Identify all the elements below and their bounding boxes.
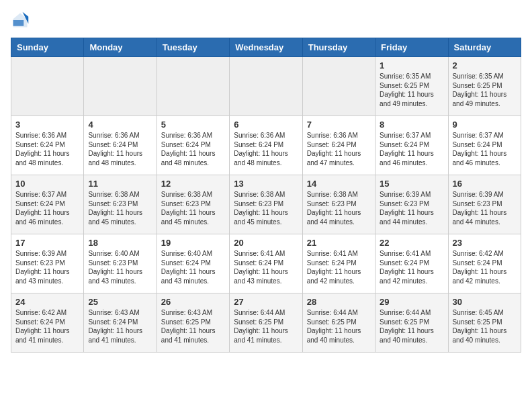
day-number: 5 [161,120,225,130]
day-info: Sunrise: 6:40 AM Sunset: 6:23 PM Dayligh… [88,249,152,285]
day-info: Sunrise: 6:39 AM Sunset: 6:23 PM Dayligh… [15,249,79,285]
column-header-saturday: Saturday [448,38,521,57]
calendar-cell: 22Sunrise: 6:41 AM Sunset: 6:24 PM Dayli… [375,234,448,293]
svg-rect-2 [13,20,24,26]
calendar-cell: 5Sunrise: 6:36 AM Sunset: 6:24 PM Daylig… [157,116,229,175]
calendar-cell: 19Sunrise: 6:40 AM Sunset: 6:24 PM Dayli… [157,234,229,293]
day-number: 28 [307,297,371,307]
calendar-cell: 6Sunrise: 6:36 AM Sunset: 6:24 PM Daylig… [230,116,302,175]
day-number: 21 [307,238,371,248]
day-info: Sunrise: 6:35 AM Sunset: 6:25 PM Dayligh… [453,72,517,108]
column-header-sunday: Sunday [11,38,84,57]
calendar-cell: 20Sunrise: 6:41 AM Sunset: 6:24 PM Dayli… [230,234,302,293]
day-number: 9 [453,120,517,130]
calendar-cell: 3Sunrise: 6:36 AM Sunset: 6:24 PM Daylig… [11,116,84,175]
calendar-cell: 4Sunrise: 6:36 AM Sunset: 6:24 PM Daylig… [84,116,157,175]
day-info: Sunrise: 6:42 AM Sunset: 6:24 PM Dayligh… [453,249,517,285]
column-header-thursday: Thursday [302,38,375,57]
day-number: 1 [380,60,443,71]
day-info: Sunrise: 6:35 AM Sunset: 6:25 PM Dayligh… [380,72,443,108]
day-info: Sunrise: 6:39 AM Sunset: 6:23 PM Dayligh… [380,190,443,226]
calendar-cell: 13Sunrise: 6:38 AM Sunset: 6:23 PM Dayli… [230,175,302,234]
day-number: 18 [88,238,152,248]
day-number: 12 [161,179,225,189]
column-header-wednesday: Wednesday [230,38,302,57]
calendar-cell: 25Sunrise: 6:43 AM Sunset: 6:24 PM Dayli… [84,293,157,353]
day-info: Sunrise: 6:36 AM Sunset: 6:24 PM Dayligh… [234,131,298,167]
day-info: Sunrise: 6:37 AM Sunset: 6:24 PM Dayligh… [15,190,79,226]
calendar-cell: 29Sunrise: 6:44 AM Sunset: 6:25 PM Dayli… [375,293,448,353]
day-info: Sunrise: 6:43 AM Sunset: 6:25 PM Dayligh… [161,308,225,345]
day-info: Sunrise: 6:37 AM Sunset: 6:24 PM Dayligh… [453,131,517,167]
calendar-cell [11,57,84,116]
day-number: 29 [380,297,443,307]
calendar-cell: 21Sunrise: 6:41 AM Sunset: 6:24 PM Dayli… [302,234,375,293]
calendar-cell: 12Sunrise: 6:38 AM Sunset: 6:23 PM Dayli… [157,175,229,234]
calendar-week-row: 17Sunrise: 6:39 AM Sunset: 6:23 PM Dayli… [11,234,521,293]
calendar-cell: 30Sunrise: 6:45 AM Sunset: 6:25 PM Dayli… [448,293,521,353]
calendar-cell: 17Sunrise: 6:39 AM Sunset: 6:23 PM Dayli… [11,234,84,293]
day-number: 3 [15,120,79,130]
day-info: Sunrise: 6:44 AM Sunset: 6:25 PM Dayligh… [380,308,443,345]
day-number: 10 [15,179,79,189]
day-info: Sunrise: 6:38 AM Sunset: 6:23 PM Dayligh… [234,190,298,226]
day-info: Sunrise: 6:36 AM Sunset: 6:24 PM Dayligh… [88,131,152,167]
day-number: 2 [453,60,517,71]
calendar-header-row: SundayMondayTuesdayWednesdayThursdayFrid… [11,38,521,57]
day-info: Sunrise: 6:37 AM Sunset: 6:24 PM Dayligh… [380,131,443,167]
day-number: 26 [161,297,225,307]
day-number: 15 [380,179,443,189]
day-number: 20 [234,238,298,248]
calendar-cell: 14Sunrise: 6:38 AM Sunset: 6:23 PM Dayli… [302,175,375,234]
calendar-cell: 26Sunrise: 6:43 AM Sunset: 6:25 PM Dayli… [157,293,229,353]
day-number: 16 [453,179,517,189]
calendar-cell: 16Sunrise: 6:39 AM Sunset: 6:23 PM Dayli… [448,175,521,234]
day-info: Sunrise: 6:36 AM Sunset: 6:24 PM Dayligh… [161,131,225,167]
calendar-cell: 15Sunrise: 6:39 AM Sunset: 6:23 PM Dayli… [375,175,448,234]
calendar-cell: 18Sunrise: 6:40 AM Sunset: 6:23 PM Dayli… [84,234,157,293]
day-number: 6 [234,120,298,130]
column-header-monday: Monday [84,38,157,57]
page-header [11,11,521,30]
day-number: 11 [88,179,152,189]
day-number: 14 [307,179,371,189]
calendar-week-row: 24Sunrise: 6:42 AM Sunset: 6:24 PM Dayli… [11,293,521,353]
day-info: Sunrise: 6:44 AM Sunset: 6:25 PM Dayligh… [307,308,371,345]
logo-icon [11,11,30,30]
calendar-cell: 1Sunrise: 6:35 AM Sunset: 6:25 PM Daylig… [375,57,448,116]
day-info: Sunrise: 6:41 AM Sunset: 6:24 PM Dayligh… [380,249,443,285]
day-number: 30 [453,297,517,307]
calendar-cell: 27Sunrise: 6:44 AM Sunset: 6:25 PM Dayli… [230,293,302,353]
calendar-cell [302,57,375,116]
day-number: 23 [453,238,517,248]
calendar-cell: 28Sunrise: 6:44 AM Sunset: 6:25 PM Dayli… [302,293,375,353]
calendar-cell [157,57,229,116]
day-info: Sunrise: 6:36 AM Sunset: 6:24 PM Dayligh… [15,131,79,167]
day-number: 13 [234,179,298,189]
calendar-cell: 2Sunrise: 6:35 AM Sunset: 6:25 PM Daylig… [448,57,521,116]
calendar-cell [230,57,302,116]
calendar-cell: 23Sunrise: 6:42 AM Sunset: 6:24 PM Dayli… [448,234,521,293]
day-info: Sunrise: 6:40 AM Sunset: 6:24 PM Dayligh… [161,249,225,285]
day-info: Sunrise: 6:41 AM Sunset: 6:24 PM Dayligh… [234,249,298,285]
day-number: 17 [15,238,79,248]
day-info: Sunrise: 6:38 AM Sunset: 6:23 PM Dayligh… [307,190,371,226]
day-info: Sunrise: 6:38 AM Sunset: 6:23 PM Dayligh… [161,190,225,226]
calendar-cell: 8Sunrise: 6:37 AM Sunset: 6:24 PM Daylig… [375,116,448,175]
day-number: 7 [307,120,371,130]
day-info: Sunrise: 6:36 AM Sunset: 6:24 PM Dayligh… [307,131,371,167]
day-number: 24 [15,297,79,307]
calendar-cell [84,57,157,116]
column-header-tuesday: Tuesday [157,38,229,57]
calendar-table: SundayMondayTuesdayWednesdayThursdayFrid… [11,38,521,353]
day-info: Sunrise: 6:38 AM Sunset: 6:23 PM Dayligh… [88,190,152,226]
day-number: 27 [234,297,298,307]
day-info: Sunrise: 6:39 AM Sunset: 6:23 PM Dayligh… [453,190,517,226]
day-info: Sunrise: 6:41 AM Sunset: 6:24 PM Dayligh… [307,249,371,285]
day-number: 8 [380,120,443,130]
calendar-cell: 9Sunrise: 6:37 AM Sunset: 6:24 PM Daylig… [448,116,521,175]
calendar-cell: 7Sunrise: 6:36 AM Sunset: 6:24 PM Daylig… [302,116,375,175]
day-info: Sunrise: 6:44 AM Sunset: 6:25 PM Dayligh… [234,308,298,345]
day-number: 25 [88,297,152,307]
calendar-cell: 10Sunrise: 6:37 AM Sunset: 6:24 PM Dayli… [11,175,84,234]
